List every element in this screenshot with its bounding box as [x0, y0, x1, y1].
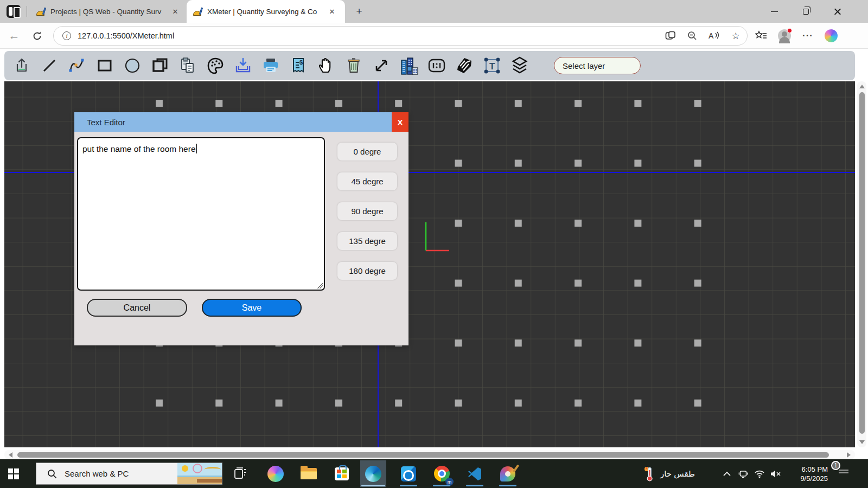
scroll-left-arrow[interactable]	[9, 452, 12, 458]
new-tab-button[interactable]: +	[353, 5, 366, 18]
taskbar-copilot-button[interactable]	[263, 460, 289, 487]
circle-tool-button[interactable]	[122, 54, 143, 77]
layers-button[interactable]	[509, 54, 531, 77]
search-placeholder: Search web & PC	[65, 469, 177, 478]
scroll-down-arrow[interactable]	[859, 440, 865, 444]
export-button[interactable]	[11, 54, 33, 77]
line-tool-button[interactable]	[39, 54, 60, 77]
vscode-button[interactable]	[462, 460, 488, 487]
cast-icon	[738, 469, 749, 479]
tray-overflow-chevron[interactable]	[723, 459, 731, 488]
copilot-icon[interactable]	[825, 29, 838, 42]
back-button[interactable]: ←	[8, 29, 21, 42]
scroll-right-arrow[interactable]	[847, 452, 851, 458]
delete-button[interactable]	[343, 54, 365, 77]
copy-icon	[151, 56, 169, 75]
site-info-icon[interactable]: i	[62, 31, 71, 40]
tray-volume-button[interactable]	[769, 459, 781, 488]
buildings-icon	[399, 56, 419, 75]
restore-icon	[803, 9, 809, 15]
svg-text:T: T	[489, 61, 495, 72]
dialog-titlebar[interactable]: Text Editor	[74, 112, 409, 132]
close-tab-icon[interactable]: ✕	[170, 7, 180, 16]
degree-90-button[interactable]: 90 degre	[337, 202, 397, 220]
sketchup-button[interactable]	[454, 54, 475, 77]
pan-button[interactable]	[315, 54, 337, 77]
rectangle-tool-button[interactable]	[94, 54, 116, 77]
minimize-button[interactable]	[758, 0, 790, 23]
dialog-title: Text Editor	[87, 118, 125, 127]
horizontal-scrollbar[interactable]	[4, 450, 855, 459]
degree-0-button[interactable]: 0 degre	[337, 143, 397, 160]
favorites-bar-icon[interactable]	[755, 30, 767, 42]
svg-text:$: $	[299, 59, 303, 66]
scroll-up-arrow[interactable]	[859, 85, 865, 88]
start-button[interactable]	[4, 466, 23, 482]
microsoft-store-button[interactable]	[329, 460, 355, 487]
qs-app-favicon	[36, 8, 46, 16]
close-tab-icon[interactable]: ✕	[327, 7, 337, 16]
dialog-close-button[interactable]: X	[392, 112, 409, 132]
refresh-button[interactable]	[30, 29, 43, 42]
horizontal-scroll-thumb[interactable]	[17, 452, 829, 458]
invoice-button[interactable]: $	[288, 54, 309, 77]
hand-icon	[317, 56, 335, 75]
copy-button[interactable]	[149, 54, 171, 77]
minimize-icon	[771, 11, 778, 12]
chrome-button[interactable]: m	[429, 460, 455, 487]
print-button[interactable]	[260, 54, 282, 77]
palette-button[interactable]	[205, 54, 226, 77]
vertical-scroll-thumb[interactable]	[859, 92, 865, 434]
url-text[interactable]: 127.0.0.1:5500/XMeter.html	[78, 31, 174, 40]
text-tool-button[interactable]: T	[481, 54, 503, 77]
curve-tool-button[interactable]	[66, 54, 88, 77]
read-aloud-icon[interactable]: A	[708, 30, 720, 42]
cancel-button[interactable]: Cancel	[87, 299, 187, 317]
profile-avatar[interactable]	[778, 29, 791, 42]
outlook-button[interactable]	[395, 460, 422, 487]
edge-button[interactable]	[360, 460, 386, 487]
weather-widget[interactable]: طقس حار	[643, 459, 695, 488]
more-menu-icon[interactable]: ···	[802, 30, 814, 42]
zoom-out-icon[interactable]	[686, 30, 698, 42]
browser-addressbar: ← i 127.0.0.1:5500/XMeter.html A ☆	[0, 23, 868, 49]
favorite-star-icon[interactable]: ☆	[730, 30, 742, 42]
save-button[interactable]: Save	[202, 299, 302, 317]
tab-projects[interactable]: Projects | QS Web - Quantity Surv ✕	[30, 0, 184, 23]
textarea-resize-grip[interactable]	[317, 283, 323, 288]
scale-ratio-icon	[427, 56, 446, 75]
tray-wifi-button[interactable]	[754, 459, 765, 488]
close-window-button[interactable]	[821, 0, 853, 23]
paste-button[interactable]	[177, 54, 199, 77]
restore-button[interactable]	[790, 0, 821, 23]
vertical-scrollbar[interactable]	[857, 81, 866, 447]
buildings-button[interactable]	[398, 54, 420, 77]
tray-cast-button[interactable]	[738, 459, 749, 488]
degree-45-button[interactable]: 45 degre	[337, 172, 397, 190]
resize-button[interactable]	[371, 54, 392, 77]
rectangle-icon	[96, 56, 113, 75]
split-screen-icon[interactable]	[665, 30, 676, 42]
room-name-textarea[interactable]: put the name of the room here	[77, 137, 325, 291]
url-bar[interactable]: i 127.0.0.1:5500/XMeter.html A ☆	[53, 26, 748, 46]
select-layer-dropdown[interactable]: Select layer	[554, 57, 641, 74]
file-explorer-button[interactable]	[296, 460, 322, 487]
tab-actions-icon[interactable]	[7, 5, 21, 18]
search-highlight-image[interactable]	[177, 463, 222, 485]
tab-divider	[27, 6, 27, 17]
text-box-icon: T	[482, 56, 502, 75]
degree-180-button[interactable]: 180 degre	[337, 262, 397, 280]
degree-135-button[interactable]: 135 degre	[337, 232, 397, 250]
taskbar-clock[interactable]: 6:05 PM 9/5/2025	[786, 459, 828, 488]
palette-icon	[206, 56, 225, 75]
task-view-button[interactable]	[228, 460, 254, 487]
scale-button[interactable]	[426, 54, 448, 77]
vscode-icon	[467, 466, 482, 481]
download-button[interactable]	[232, 54, 254, 77]
tab-xmeter[interactable]: XMeter | Quantity Surveying & Co ✕	[187, 0, 345, 23]
download-icon	[234, 56, 252, 75]
curve-icon	[68, 56, 86, 75]
taskbar-search-box[interactable]: Search web & PC	[36, 463, 222, 485]
chrome-profile-badge: m	[445, 478, 454, 486]
paint-button[interactable]	[495, 460, 521, 487]
